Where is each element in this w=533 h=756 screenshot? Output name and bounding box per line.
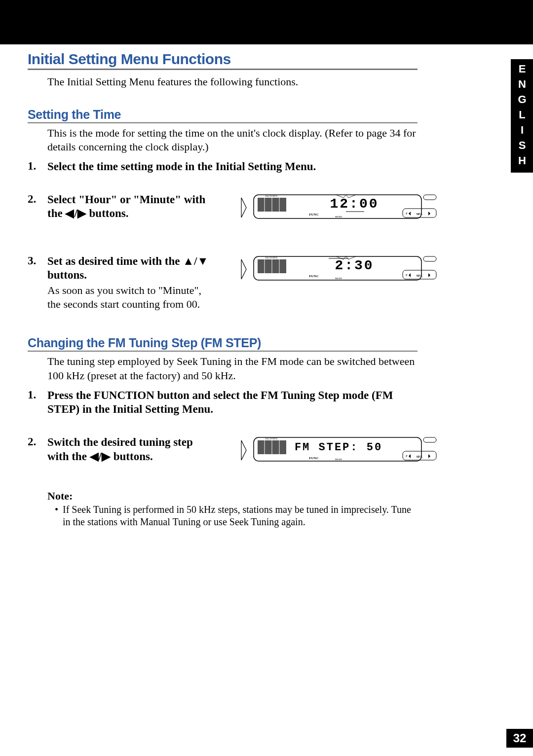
func-label: FUNC [309, 456, 318, 460]
step-number: 2. [28, 193, 47, 222]
mode-label: MODE [335, 277, 343, 280]
step-title: Switch the desired tuning step with the … [47, 435, 215, 464]
svg-marker-0 [241, 198, 246, 217]
note-heading: Note: [47, 490, 418, 503]
step-title: Select "Hour" or "Minute" with the ◀/▶ b… [47, 193, 215, 221]
svg-marker-20 [409, 273, 411, 277]
heading-setting-time: Setting the Time [28, 108, 418, 123]
mode-label: MODE [335, 458, 343, 461]
step-number: 1. [28, 160, 47, 174]
note-item: • If Seek Tuning is performed in 50 kHz … [55, 504, 418, 528]
body-setting-time: This is the mode for setting the time on… [47, 126, 418, 154]
time-step-1: 1. Select the time setting mode in the I… [28, 160, 418, 174]
page-number: 32 [513, 731, 527, 745]
svg-marker-30 [409, 454, 411, 458]
body-fm-step: The tuning step employed by Seek Tuning … [47, 355, 418, 382]
step-title: Set as desired time with the ▲/▼ buttons… [47, 254, 215, 283]
svg-marker-31 [428, 454, 430, 458]
lcd-figure-time-2: EQ CURVE FUNC MODE 2:30 F SEL [215, 254, 437, 312]
lcd-figure-fm: EQ CURVE FUNC MODE FM STEP: 50 F SEL [215, 435, 437, 465]
bullet-icon: • [55, 504, 63, 528]
step-subtext: As soon as you switch to "Minute", the s… [47, 284, 215, 311]
manual-page: ENGLISH 32 Initial Setting Menu Function… [0, 0, 533, 756]
time-step-2: 2. Select "Hour" or "Minute" with the ◀/… [28, 193, 418, 222]
svg-marker-21 [428, 273, 430, 277]
func-label: FUNC [309, 213, 318, 216]
svg-marker-10 [428, 212, 430, 216]
language-tab: ENGLISH [511, 59, 533, 173]
top-black-bar [0, 0, 533, 44]
page-number-badge: 32 [506, 729, 533, 748]
svg-marker-9 [409, 212, 411, 216]
f-label: F [406, 212, 408, 216]
fm-step-2: 2. Switch the desired tuning step with t… [28, 435, 418, 465]
svg-rect-28 [423, 437, 436, 442]
heading-fm-step: Changing the FM Tuning Step (FM STEP) [28, 336, 418, 352]
eq-curve-label: EQ CURVE [266, 195, 277, 197]
func-label: FUNC [309, 274, 318, 278]
sel-label: SEL [416, 455, 423, 459]
lcd-panel-icon: EQ CURVE FUNC MODE 2:30 F SEL [240, 254, 437, 284]
eq-curve-label: EQ CURVE [266, 256, 277, 259]
step-number: 3. [28, 254, 47, 312]
lcd-display-text: FM STEP: 50 [295, 441, 382, 454]
step-title: Press the FUNCTION button and select the… [47, 389, 422, 417]
content-area: Initial Setting Menu Functions The Initi… [28, 51, 418, 528]
lcd-panel-icon: EQ CURVE FUNC MODE FM STEP: 50 F SEL [240, 435, 437, 465]
svg-marker-22 [241, 440, 246, 460]
lcd-display-text: 12:00 [330, 196, 379, 212]
step-title: Select the time setting mode in the Init… [47, 160, 422, 174]
mode-label: MODE [335, 216, 343, 218]
time-step-3: 3. Set as desired time with the ▲/▼ butt… [28, 254, 418, 312]
step-number: 2. [28, 435, 47, 465]
svg-marker-11 [241, 259, 246, 279]
f-label: F [406, 454, 408, 458]
heading-main: Initial Setting Menu Functions [28, 51, 418, 70]
f-label: F [406, 273, 408, 277]
language-tab-label: ENGLISH [516, 63, 529, 170]
intro-text: The Initial Setting Menu features the fo… [47, 75, 418, 89]
svg-rect-18 [423, 256, 436, 261]
lcd-panel-icon: EQ CURVE FUNC MODE 12:00 F SEL [240, 193, 437, 222]
sel-label: SEL [416, 274, 423, 278]
lcd-display-text: 2:30 [335, 258, 374, 273]
eq-curve-label: EQ CURVE [266, 437, 277, 440]
fm-step-1: 1. Press the FUNCTION button and select … [28, 389, 418, 417]
svg-rect-7 [423, 195, 436, 200]
lcd-figure-time-1: EQ CURVE FUNC MODE 12:00 F SEL [215, 193, 437, 222]
note-text: If Seek Tuning is performed in 50 kHz st… [63, 504, 418, 528]
note-list: • If Seek Tuning is performed in 50 kHz … [55, 504, 418, 528]
sel-label: SEL [416, 212, 423, 216]
step-number: 1. [28, 389, 47, 417]
